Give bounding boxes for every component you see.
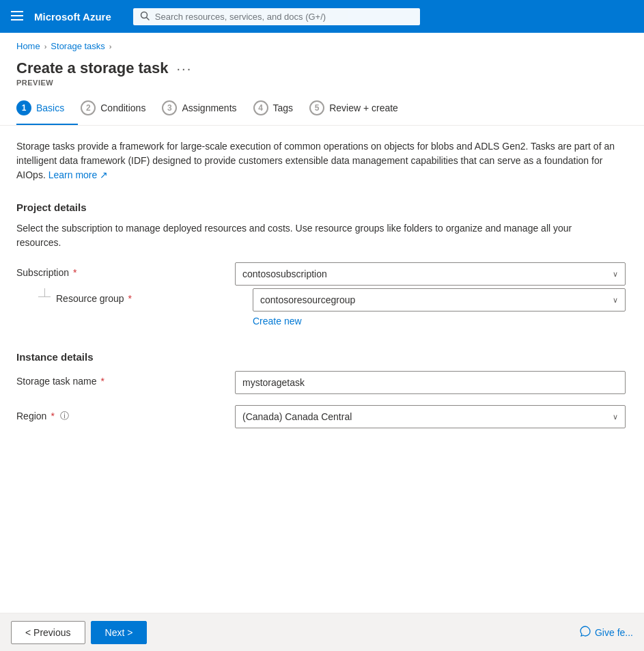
main-content: Storage tasks provide a framework for la…	[0, 126, 642, 508]
storage-task-name-label: Storage task name *	[16, 371, 235, 387]
resource-group-required: *	[126, 293, 132, 304]
tab-tags[interactable]: 4 Tags	[253, 92, 307, 125]
tab-assignments-label: Assignments	[182, 102, 236, 113]
resource-group-row: Resource group * contosoresourcegroup ∨ …	[56, 288, 626, 327]
storage-task-name-input-col	[235, 371, 626, 394]
wizard-tabs: 1 Basics 2 Conditions 3 Assignments 4 Ta…	[0, 92, 644, 126]
breadcrumb-storage-tasks[interactable]: Storage tasks	[51, 41, 105, 51]
resource-group-content: Resource group * contosoresourcegroup ∨ …	[56, 288, 626, 329]
tab-tags-step: 4	[253, 100, 268, 115]
instance-details-heading: Instance details	[16, 351, 626, 363]
tab-review-step: 5	[309, 100, 324, 115]
subscription-chevron-icon: ∨	[613, 270, 618, 279]
preview-badge: PREVIEW	[0, 79, 644, 87]
storage-task-name-row: Storage task name *	[16, 371, 626, 394]
top-navigation: Microsoft Azure	[0, 0, 644, 33]
breadcrumb: Home › Storage tasks ›	[0, 33, 644, 54]
search-input[interactable]	[155, 12, 413, 22]
subscription-dropdown[interactable]: contososubscription ∨	[235, 262, 626, 286]
tab-review-label: Review + create	[329, 102, 398, 113]
breadcrumb-home[interactable]: Home	[16, 41, 40, 51]
brand-name: Microsoft Azure	[34, 11, 111, 23]
tab-assignments[interactable]: 3 Assignments	[162, 92, 250, 125]
subscription-input-col: contososubscription ∨	[235, 262, 626, 286]
storage-task-required: *	[101, 376, 104, 387]
subscription-required: *	[70, 267, 76, 278]
external-link-icon: ↗	[100, 169, 108, 180]
region-label: Region * ⓘ	[16, 405, 235, 422]
resource-group-input-col: contosoresourcegroup ∨ Create new	[253, 288, 626, 327]
region-required: *	[51, 411, 54, 421]
tab-basics-step: 1	[16, 100, 31, 115]
tab-tags-label: Tags	[273, 102, 294, 113]
region-dropdown[interactable]: (Canada) Canada Central ∨	[235, 405, 626, 428]
region-chevron-icon: ∨	[613, 413, 618, 421]
resource-group-dropdown[interactable]: contosoresourcegroup ∨	[253, 288, 626, 311]
search-bar	[133, 8, 420, 25]
tab-review-create[interactable]: 5 Review + create	[309, 92, 412, 125]
tab-basics[interactable]: 1 Basics	[16, 92, 78, 125]
project-details-heading: Project details	[16, 202, 626, 213]
resource-group-value: contosoresourcegroup	[260, 294, 355, 305]
more-options-icon[interactable]: ···	[177, 61, 193, 77]
resource-group-chevron-icon: ∨	[613, 296, 618, 305]
region-input-col: (Canada) Canada Central ∨	[235, 405, 626, 428]
tab-conditions-step: 2	[81, 100, 96, 115]
subscription-row: Subscription * contososubscription ∨	[16, 262, 626, 286]
search-icon	[140, 11, 150, 23]
description-text: Storage tasks provide a framework for la…	[16, 139, 617, 182]
hamburger-menu[interactable]	[11, 10, 23, 24]
svg-rect-0	[11, 11, 23, 12]
svg-line-4	[146, 17, 149, 20]
region-row: Region * ⓘ (Canada) Canada Central ∨	[16, 405, 626, 428]
svg-rect-1	[11, 15, 23, 16]
page-title: Create a storage task	[16, 59, 169, 77]
svg-rect-2	[11, 19, 23, 20]
tab-assignments-step: 3	[162, 100, 177, 115]
storage-task-name-input[interactable]	[235, 371, 626, 394]
resource-group-label: Resource group *	[56, 288, 253, 304]
subscription-label: Subscription *	[16, 262, 235, 278]
tab-conditions[interactable]: 2 Conditions	[81, 92, 159, 125]
resource-group-section: Resource group * contosoresourcegroup ∨ …	[16, 288, 626, 329]
create-new-link[interactable]: Create new	[253, 316, 302, 327]
subscription-value: contososubscription	[242, 268, 327, 279]
learn-more-link[interactable]: Learn more ↗	[48, 169, 108, 180]
breadcrumb-sep-2: ›	[109, 42, 112, 51]
tab-basics-label: Basics	[36, 102, 64, 113]
region-value: (Canada) Canada Central	[242, 411, 352, 422]
region-info-icon: ⓘ	[60, 410, 69, 422]
project-details-desc: Select the subscription to manage deploy…	[16, 221, 617, 250]
page-header: Create a storage task ···	[0, 54, 644, 77]
breadcrumb-sep-1: ›	[44, 42, 47, 51]
tab-conditions-label: Conditions	[100, 102, 145, 113]
